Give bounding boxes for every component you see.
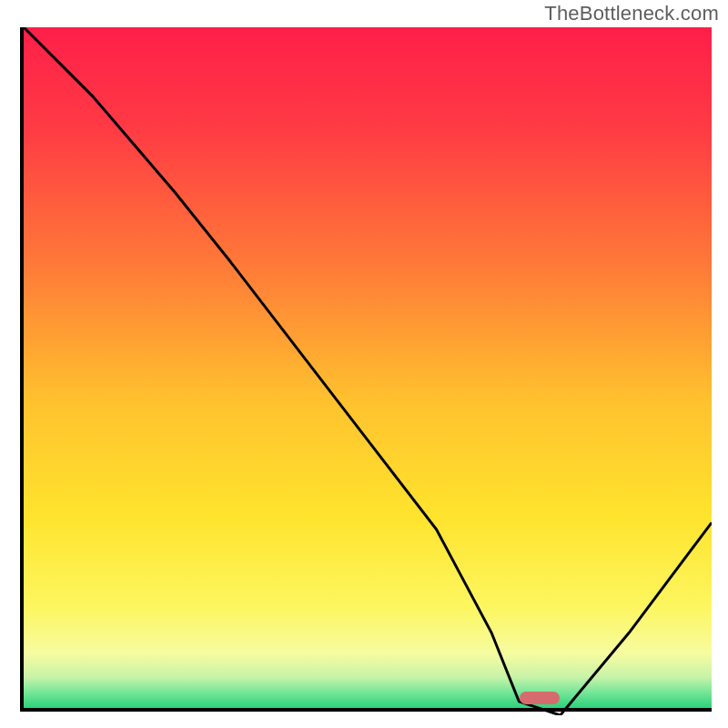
plot-area bbox=[24, 27, 712, 708]
optimal-marker bbox=[520, 692, 560, 704]
bottleneck-curve bbox=[24, 27, 712, 715]
chart-container: TheBottleneck.com bbox=[0, 0, 728, 728]
watermark-text: TheBottleneck.com bbox=[544, 2, 719, 25]
